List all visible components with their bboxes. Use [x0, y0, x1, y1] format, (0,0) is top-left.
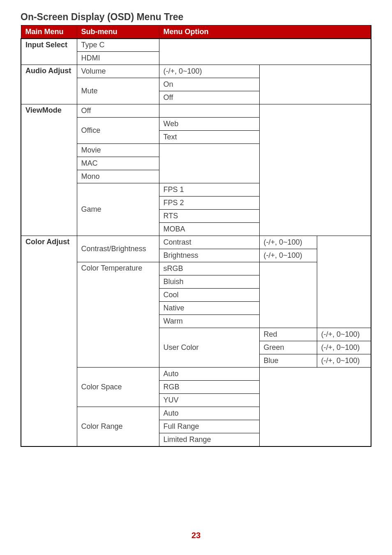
cell-fps2: FPS 2	[159, 197, 259, 210]
cell-cool: Cool	[159, 289, 259, 302]
cell-vm-movie: Movie	[77, 144, 159, 157]
cell-cs-auto: Auto	[159, 368, 259, 381]
cell-moba: MOBA	[159, 223, 259, 236]
table-row: Color Adjust Contrast/Brightness Contras…	[21, 236, 371, 249]
cell-uc-red: Red	[259, 328, 317, 341]
header-main-menu: Main Menu	[21, 25, 77, 39]
cell-mute-on: On	[159, 78, 259, 91]
cell-vm-web: Web	[159, 118, 259, 131]
osd-menu-tree-table: Main Menu Sub-menu Menu Option Input Sel…	[21, 25, 371, 447]
cell-rts: RTS	[159, 210, 259, 223]
table-row: Input Select Type C	[21, 39, 371, 52]
cell-cs-yuv: YUV	[159, 394, 259, 407]
cell-bluish: Bluish	[159, 275, 259, 289]
cell-empty	[159, 104, 259, 118]
cell-vm-office: Office	[77, 118, 159, 144]
cell-empty	[317, 236, 371, 328]
table-header-row: Main Menu Sub-menu Menu Option	[21, 25, 371, 39]
cell-hdmi: HDMI	[77, 52, 159, 65]
cell-contrast-range: (-/+, 0~100)	[259, 236, 317, 249]
page-title: On-Screen Display (OSD) Menu Tree	[21, 12, 371, 23]
cell-viewmode: ViewMode	[21, 104, 77, 236]
cell-brightness: Brightness	[159, 249, 259, 262]
cell-volume-range: (-/+, 0~100)	[159, 65, 259, 78]
cell-color-adjust: Color Adjust	[21, 236, 77, 446]
cell-empty	[259, 368, 371, 446]
cell-vm-mac: MAC	[77, 157, 159, 170]
cell-color-range: Color Range	[77, 407, 159, 446]
cell-empty	[259, 104, 371, 236]
cell-srgb: sRGB	[159, 262, 259, 275]
header-sub-menu: Sub-menu	[77, 25, 159, 39]
table-row: ViewMode Off	[21, 104, 371, 118]
cell-uc-blue-range: (-/+, 0~100)	[317, 354, 371, 368]
cell-empty	[259, 262, 317, 328]
header-menu-option: Menu Option	[159, 25, 371, 39]
cell-contrast-brightness: Contrast/Brightness	[77, 236, 159, 262]
cell-mute-off: Off	[159, 91, 259, 104]
cell-brightness-range: (-/+, 0~100)	[259, 249, 317, 262]
cell-audio-adjust: Audio Adjust	[21, 65, 77, 104]
cell-uc-green: Green	[259, 341, 317, 354]
cell-contrast: Contrast	[159, 236, 259, 249]
cell-user-color: User Color	[159, 328, 259, 368]
cell-mute: Mute	[77, 78, 159, 104]
cell-uc-red-range: (-/+, 0~100)	[317, 328, 371, 341]
cell-warm: Warm	[159, 315, 259, 328]
cell-vm-mono: Mono	[77, 170, 159, 183]
cell-uc-blue: Blue	[259, 354, 317, 368]
cell-vm-text: Text	[159, 131, 259, 144]
cell-empty	[159, 39, 371, 65]
cell-volume: Volume	[77, 65, 159, 78]
cell-native: Native	[159, 302, 259, 315]
cell-cr-auto: Auto	[159, 407, 259, 420]
cell-cr-full: Full Range	[159, 420, 259, 433]
cell-vm-game: Game	[77, 183, 159, 236]
cell-color-temperature: Color Temperature	[77, 262, 159, 368]
cell-vm-off: Off	[77, 104, 159, 118]
cell-cr-limited: Limited Range	[159, 433, 259, 446]
cell-uc-green-range: (-/+, 0~100)	[317, 341, 371, 354]
cell-empty	[159, 144, 259, 183]
page-number: 23	[0, 531, 392, 540]
cell-empty	[259, 65, 371, 104]
cell-color-space: Color Space	[77, 368, 159, 407]
table-row: Audio Adjust Volume (-/+, 0~100)	[21, 65, 371, 78]
cell-fps1: FPS 1	[159, 183, 259, 197]
cell-type-c: Type C	[77, 39, 159, 52]
cell-cs-rgb: RGB	[159, 381, 259, 394]
cell-input-select: Input Select	[21, 39, 77, 65]
